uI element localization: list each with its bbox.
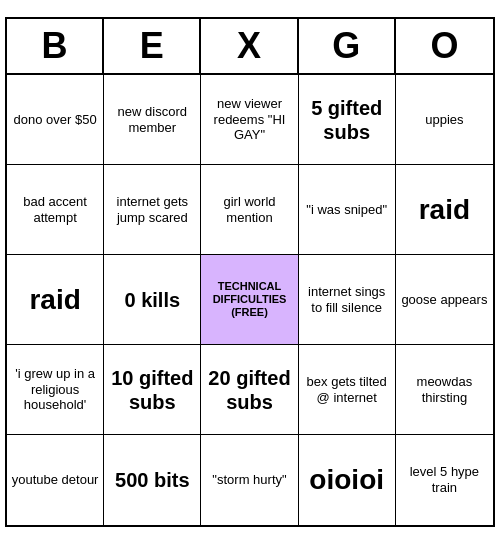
cell-text: uppies: [425, 112, 463, 128]
header-letter: E: [104, 19, 201, 73]
bingo-cell: girl world mention: [201, 165, 298, 255]
bingo-cell: "i was sniped": [299, 165, 396, 255]
bingo-cell: 5 gifted subs: [299, 75, 396, 165]
bingo-grid: dono over $50new discord membernew viewe…: [7, 75, 493, 525]
bingo-cell: bex gets tilted @ internet: [299, 345, 396, 435]
cell-text: 5 gifted subs: [303, 96, 391, 144]
bingo-cell: dono over $50: [7, 75, 104, 165]
cell-text: goose appears: [401, 292, 487, 308]
bingo-cell: 0 kills: [104, 255, 201, 345]
cell-text: "i was sniped": [306, 202, 387, 218]
cell-text: 500 bits: [115, 468, 189, 492]
bingo-cell: youtube detour: [7, 435, 104, 525]
cell-text: raid: [419, 193, 470, 227]
bingo-cell: oioioi: [299, 435, 396, 525]
cell-text: internet gets jump scared: [108, 194, 196, 225]
cell-text: dono over $50: [14, 112, 97, 128]
header-letter: X: [201, 19, 298, 73]
cell-text: TECHNICAL DIFFICULTIES (FREE): [205, 280, 293, 320]
cell-text: bex gets tilted @ internet: [303, 374, 391, 405]
bingo-cell: goose appears: [396, 255, 493, 345]
cell-text: new discord member: [108, 104, 196, 135]
bingo-cell: "storm hurty": [201, 435, 298, 525]
bingo-cell: internet gets jump scared: [104, 165, 201, 255]
cell-text: new viewer redeems "HI GAY": [205, 96, 293, 143]
bingo-cell: TECHNICAL DIFFICULTIES (FREE): [201, 255, 298, 345]
header-letter: B: [7, 19, 104, 73]
header-letter: G: [299, 19, 396, 73]
bingo-cell: new discord member: [104, 75, 201, 165]
bingo-cell: raid: [7, 255, 104, 345]
bingo-cell: 20 gifted subs: [201, 345, 298, 435]
bingo-cell: new viewer redeems "HI GAY": [201, 75, 298, 165]
bingo-header: BEXGO: [7, 19, 493, 75]
cell-text: 0 kills: [124, 288, 180, 312]
cell-text: oioioi: [309, 463, 384, 497]
bingo-cell: uppies: [396, 75, 493, 165]
header-letter: O: [396, 19, 493, 73]
cell-text: "storm hurty": [212, 472, 286, 488]
cell-text: raid: [29, 283, 80, 317]
cell-text: meowdas thirsting: [400, 374, 489, 405]
cell-text: 'i grew up in a religious household': [11, 366, 99, 413]
cell-text: 20 gifted subs: [205, 366, 293, 414]
bingo-cell: internet sings to fill silence: [299, 255, 396, 345]
cell-text: bad accent attempt: [11, 194, 99, 225]
bingo-card: BEXGO dono over $50new discord membernew…: [5, 17, 495, 527]
bingo-cell: raid: [396, 165, 493, 255]
cell-text: youtube detour: [12, 472, 99, 488]
cell-text: girl world mention: [205, 194, 293, 225]
cell-text: level 5 hype train: [400, 464, 489, 495]
bingo-cell: 10 gifted subs: [104, 345, 201, 435]
bingo-cell: level 5 hype train: [396, 435, 493, 525]
cell-text: internet sings to fill silence: [303, 284, 391, 315]
bingo-cell: meowdas thirsting: [396, 345, 493, 435]
bingo-cell: 500 bits: [104, 435, 201, 525]
cell-text: 10 gifted subs: [108, 366, 196, 414]
bingo-cell: 'i grew up in a religious household': [7, 345, 104, 435]
bingo-cell: bad accent attempt: [7, 165, 104, 255]
